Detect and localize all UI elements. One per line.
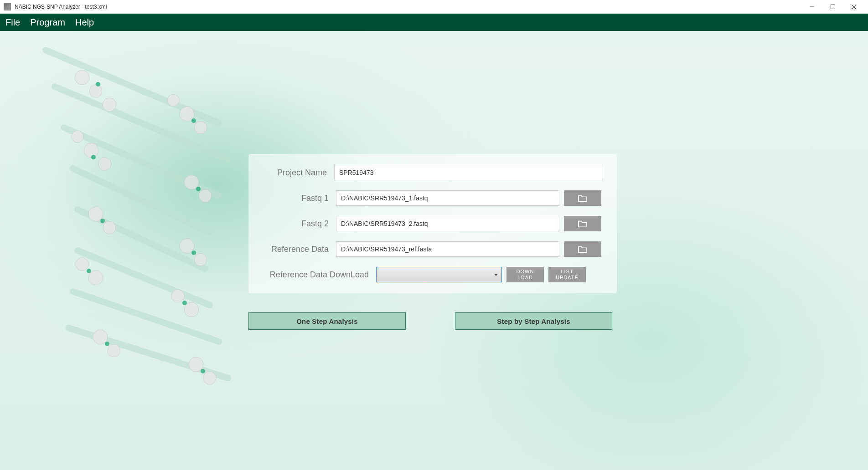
titlebar: NABIC NGS-SNP Analyzer - test3.xml xyxy=(0,0,868,14)
one-step-analysis-button[interactable]: One Step Analysis xyxy=(248,312,406,330)
label-reference-download: Reference Data DownLoad xyxy=(253,270,372,280)
svg-line-5 xyxy=(55,87,228,159)
svg-point-24 xyxy=(103,221,116,234)
label-reference-data: Reference Data xyxy=(253,245,331,254)
svg-point-15 xyxy=(180,107,194,121)
svg-line-9 xyxy=(78,250,210,305)
svg-point-39 xyxy=(100,219,105,223)
action-row: One Step Analysis Step by Step Analysis xyxy=(248,312,617,330)
menu-help[interactable]: Help xyxy=(75,17,94,28)
svg-point-12 xyxy=(75,70,89,85)
close-icon xyxy=(852,5,856,9)
svg-line-6 xyxy=(64,128,219,196)
combo-reference-download[interactable] xyxy=(376,267,502,282)
svg-point-30 xyxy=(171,290,184,302)
svg-point-25 xyxy=(180,239,194,253)
menu-file[interactable]: File xyxy=(5,17,20,28)
minimize-button[interactable] xyxy=(801,0,822,14)
svg-point-27 xyxy=(88,271,103,285)
svg-point-16 xyxy=(194,121,207,134)
menu-program[interactable]: Program xyxy=(30,17,65,28)
row-fastq2: Fastq 2 xyxy=(253,216,603,231)
svg-line-11 xyxy=(68,328,228,378)
svg-point-36 xyxy=(191,118,196,123)
svg-rect-1 xyxy=(831,5,835,9)
label-project-name: Project Name xyxy=(253,168,330,178)
svg-line-7 xyxy=(73,169,210,232)
svg-point-31 xyxy=(93,330,108,344)
browse-reference-data-button[interactable] xyxy=(564,241,601,257)
browse-fastq2-button[interactable] xyxy=(564,216,601,231)
svg-point-42 xyxy=(182,301,187,305)
row-reference-download: Reference Data DownLoad DOWN LOAD LIST U… xyxy=(253,267,603,282)
minimize-icon xyxy=(810,5,814,9)
form-panel: Project Name Fastq 1 Fastq 2 Reference D… xyxy=(248,154,617,293)
svg-point-20 xyxy=(72,131,83,143)
svg-point-44 xyxy=(201,369,205,373)
svg-point-13 xyxy=(89,85,102,97)
svg-point-32 xyxy=(108,344,120,357)
row-reference-data: Reference Data xyxy=(253,241,603,257)
content-area: Project Name Fastq 1 Fastq 2 Reference D… xyxy=(0,31,868,470)
svg-point-17 xyxy=(167,94,179,106)
input-reference-data[interactable] xyxy=(336,241,559,257)
close-button[interactable] xyxy=(843,0,864,14)
svg-point-43 xyxy=(105,342,109,346)
svg-point-22 xyxy=(199,189,212,202)
svg-point-19 xyxy=(98,158,111,170)
svg-line-10 xyxy=(73,291,219,342)
folder-icon xyxy=(578,245,588,253)
svg-line-4 xyxy=(46,50,219,123)
maximize-icon xyxy=(831,5,835,9)
download-button[interactable]: DOWN LOAD xyxy=(506,267,544,282)
svg-point-29 xyxy=(184,302,199,317)
svg-point-35 xyxy=(96,82,100,87)
svg-point-21 xyxy=(184,175,199,189)
svg-point-23 xyxy=(88,207,103,221)
input-fastq1[interactable] xyxy=(336,190,559,206)
svg-point-28 xyxy=(76,258,88,271)
svg-point-18 xyxy=(84,143,98,158)
row-fastq1: Fastq 1 xyxy=(253,190,603,206)
svg-point-34 xyxy=(203,372,216,384)
svg-line-8 xyxy=(78,209,205,269)
maximize-button[interactable] xyxy=(822,0,843,14)
app-icon xyxy=(4,3,11,10)
svg-point-41 xyxy=(87,269,91,273)
label-fastq1: Fastq 1 xyxy=(253,194,331,203)
svg-point-26 xyxy=(194,253,207,266)
list-update-button[interactable]: LIST UPDATE xyxy=(548,267,586,282)
window-controls xyxy=(801,0,864,14)
svg-point-38 xyxy=(196,187,201,191)
svg-point-33 xyxy=(189,357,203,372)
svg-point-40 xyxy=(191,250,196,255)
label-fastq2: Fastq 2 xyxy=(253,219,331,229)
menubar: File Program Help xyxy=(0,14,868,31)
window-title: NABIC NGS-SNP Analyzer - test3.xml xyxy=(15,4,801,10)
step-by-step-analysis-button[interactable]: Step by Step Analysis xyxy=(455,312,612,330)
chevron-down-icon xyxy=(494,274,498,276)
folder-icon xyxy=(578,220,588,228)
svg-point-37 xyxy=(91,155,96,159)
folder-icon xyxy=(578,194,588,202)
row-project-name: Project Name xyxy=(253,165,603,180)
svg-point-14 xyxy=(103,98,116,112)
browse-fastq1-button[interactable] xyxy=(564,190,601,206)
input-project-name[interactable] xyxy=(334,165,603,180)
input-fastq2[interactable] xyxy=(336,216,559,231)
